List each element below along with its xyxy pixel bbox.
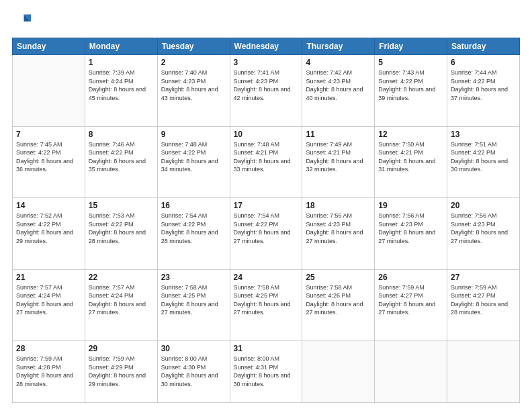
logo-icon: [12, 12, 31, 31]
calendar-cell: 23Sunrise: 7:58 AMSunset: 4:25 PMDayligh…: [157, 269, 230, 341]
calendar-cell: 2Sunrise: 7:40 AMSunset: 4:23 PMDaylight…: [157, 55, 230, 127]
calendar-cell: [13, 55, 85, 127]
calendar-cell: 24Sunrise: 7:58 AMSunset: 4:25 PMDayligh…: [230, 269, 302, 341]
calendar-header-friday: Friday: [375, 38, 447, 55]
day-info: Sunrise: 7:59 AMSunset: 4:29 PMDaylight:…: [89, 355, 154, 388]
day-number: 22: [89, 273, 154, 282]
day-info: Sunrise: 7:50 AMSunset: 4:21 PMDaylight:…: [378, 140, 443, 174]
day-info: Sunrise: 7:44 AMSunset: 4:22 PMDaylight:…: [451, 68, 516, 102]
day-number: 16: [161, 201, 226, 210]
day-number: 31: [234, 344, 299, 353]
calendar-week-4: 21Sunrise: 7:57 AMSunset: 4:24 PMDayligh…: [13, 269, 520, 341]
day-info: Sunrise: 7:58 AMSunset: 4:25 PMDaylight:…: [161, 283, 226, 317]
day-number: 10: [234, 130, 299, 139]
day-info: Sunrise: 7:42 AMSunset: 4:23 PMDaylight:…: [306, 68, 371, 102]
calendar-header-wednesday: Wednesday: [230, 38, 302, 55]
calendar-cell: 15Sunrise: 7:53 AMSunset: 4:22 PMDayligh…: [85, 198, 157, 270]
calendar-cell: 1Sunrise: 7:39 AMSunset: 4:24 PMDaylight…: [85, 55, 157, 127]
day-info: Sunrise: 8:00 AMSunset: 4:30 PMDaylight:…: [161, 355, 226, 388]
calendar-cell: 3Sunrise: 7:41 AMSunset: 4:23 PMDaylight…: [230, 55, 302, 127]
calendar-cell: 19Sunrise: 7:56 AMSunset: 4:23 PMDayligh…: [375, 198, 447, 270]
day-number: 27: [451, 273, 516, 282]
calendar-week-3: 14Sunrise: 7:52 AMSunset: 4:22 PMDayligh…: [13, 198, 520, 270]
calendar-cell: 21Sunrise: 7:57 AMSunset: 4:24 PMDayligh…: [13, 269, 85, 341]
day-info: Sunrise: 7:45 AMSunset: 4:22 PMDaylight:…: [16, 140, 81, 174]
calendar-header-tuesday: Tuesday: [157, 38, 230, 55]
day-info: Sunrise: 7:55 AMSunset: 4:23 PMDaylight:…: [306, 212, 371, 245]
day-info: Sunrise: 7:43 AMSunset: 4:22 PMDaylight:…: [378, 68, 443, 102]
day-info: Sunrise: 7:56 AMSunset: 4:23 PMDaylight:…: [378, 212, 443, 245]
day-number: 6: [451, 58, 516, 67]
calendar-cell: 4Sunrise: 7:42 AMSunset: 4:23 PMDaylight…: [302, 55, 375, 127]
day-info: Sunrise: 7:59 AMSunset: 4:28 PMDaylight:…: [16, 355, 81, 388]
day-info: Sunrise: 7:59 AMSunset: 4:27 PMDaylight:…: [378, 283, 443, 317]
calendar-week-1: 1Sunrise: 7:39 AMSunset: 4:24 PMDaylight…: [13, 55, 520, 127]
day-number: 13: [451, 130, 516, 139]
logo: [12, 12, 35, 31]
day-info: Sunrise: 7:58 AMSunset: 4:25 PMDaylight:…: [234, 283, 299, 317]
day-number: 21: [16, 273, 81, 282]
day-info: Sunrise: 7:57 AMSunset: 4:24 PMDaylight:…: [16, 283, 81, 317]
day-number: 30: [161, 344, 226, 353]
day-info: Sunrise: 7:49 AMSunset: 4:21 PMDaylight:…: [306, 140, 371, 174]
day-number: 1: [89, 58, 154, 67]
day-number: 18: [306, 201, 371, 210]
calendar-cell: 11Sunrise: 7:49 AMSunset: 4:21 PMDayligh…: [302, 126, 375, 198]
calendar-cell: 18Sunrise: 7:55 AMSunset: 4:23 PMDayligh…: [302, 198, 375, 270]
day-number: 12: [378, 130, 443, 139]
day-number: 3: [234, 58, 299, 67]
day-info: Sunrise: 7:48 AMSunset: 4:22 PMDaylight:…: [161, 140, 226, 174]
calendar-table: SundayMondayTuesdayWednesdayThursdayFrid…: [12, 38, 520, 403]
calendar-cell: 25Sunrise: 7:58 AMSunset: 4:26 PMDayligh…: [302, 269, 375, 341]
day-info: Sunrise: 7:54 AMSunset: 4:22 PMDaylight:…: [234, 212, 299, 245]
calendar-cell: 28Sunrise: 7:59 AMSunset: 4:28 PMDayligh…: [13, 341, 85, 403]
day-info: Sunrise: 7:39 AMSunset: 4:24 PMDaylight:…: [89, 68, 154, 102]
day-number: 25: [306, 273, 371, 282]
header: [12, 12, 520, 31]
day-info: Sunrise: 7:41 AMSunset: 4:23 PMDaylight:…: [234, 68, 299, 102]
day-info: Sunrise: 7:58 AMSunset: 4:26 PMDaylight:…: [306, 283, 371, 317]
day-info: Sunrise: 7:46 AMSunset: 4:22 PMDaylight:…: [89, 140, 154, 174]
day-number: 7: [16, 130, 81, 139]
day-info: Sunrise: 7:52 AMSunset: 4:22 PMDaylight:…: [16, 212, 81, 245]
day-number: 9: [161, 130, 226, 139]
calendar-header-monday: Monday: [85, 38, 157, 55]
day-number: 20: [451, 201, 516, 210]
day-number: 28: [16, 344, 81, 353]
day-number: 24: [234, 273, 299, 282]
day-number: 29: [89, 344, 154, 353]
calendar-cell: 26Sunrise: 7:59 AMSunset: 4:27 PMDayligh…: [375, 269, 447, 341]
page: SundayMondayTuesdayWednesdayThursdayFrid…: [0, 0, 532, 411]
calendar-cell: [375, 341, 447, 403]
day-info: Sunrise: 7:54 AMSunset: 4:22 PMDaylight:…: [161, 212, 226, 245]
calendar-cell: 9Sunrise: 7:48 AMSunset: 4:22 PMDaylight…: [157, 126, 230, 198]
day-info: Sunrise: 8:00 AMSunset: 4:31 PMDaylight:…: [234, 355, 299, 388]
calendar-cell: 27Sunrise: 7:59 AMSunset: 4:27 PMDayligh…: [447, 269, 520, 341]
day-number: 19: [378, 201, 443, 210]
calendar-cell: 16Sunrise: 7:54 AMSunset: 4:22 PMDayligh…: [157, 198, 230, 270]
day-number: 8: [89, 130, 154, 139]
day-number: 14: [16, 201, 81, 210]
day-number: 17: [234, 201, 299, 210]
day-info: Sunrise: 7:57 AMSunset: 4:24 PMDaylight:…: [89, 283, 154, 317]
calendar-cell: 12Sunrise: 7:50 AMSunset: 4:21 PMDayligh…: [375, 126, 447, 198]
calendar-cell: [302, 341, 375, 403]
calendar-cell: 20Sunrise: 7:56 AMSunset: 4:23 PMDayligh…: [447, 198, 520, 270]
calendar-header-thursday: Thursday: [302, 38, 375, 55]
day-info: Sunrise: 7:40 AMSunset: 4:23 PMDaylight:…: [161, 68, 226, 102]
calendar-week-5: 28Sunrise: 7:59 AMSunset: 4:28 PMDayligh…: [13, 341, 520, 403]
day-info: Sunrise: 7:53 AMSunset: 4:22 PMDaylight:…: [89, 212, 154, 245]
calendar-cell: 31Sunrise: 8:00 AMSunset: 4:31 PMDayligh…: [230, 341, 302, 403]
calendar-cell: 6Sunrise: 7:44 AMSunset: 4:22 PMDaylight…: [447, 55, 520, 127]
day-info: Sunrise: 7:59 AMSunset: 4:27 PMDaylight:…: [451, 283, 516, 317]
calendar-cell: 7Sunrise: 7:45 AMSunset: 4:22 PMDaylight…: [13, 126, 85, 198]
day-number: 15: [89, 201, 154, 210]
calendar-cell: 13Sunrise: 7:51 AMSunset: 4:22 PMDayligh…: [447, 126, 520, 198]
calendar-cell: 5Sunrise: 7:43 AMSunset: 4:22 PMDaylight…: [375, 55, 447, 127]
calendar-cell: 14Sunrise: 7:52 AMSunset: 4:22 PMDayligh…: [13, 198, 85, 270]
calendar-week-2: 7Sunrise: 7:45 AMSunset: 4:22 PMDaylight…: [13, 126, 520, 198]
calendar-cell: [447, 341, 520, 403]
day-number: 4: [306, 58, 371, 67]
calendar-cell: 17Sunrise: 7:54 AMSunset: 4:22 PMDayligh…: [230, 198, 302, 270]
calendar-cell: 30Sunrise: 8:00 AMSunset: 4:30 PMDayligh…: [157, 341, 230, 403]
